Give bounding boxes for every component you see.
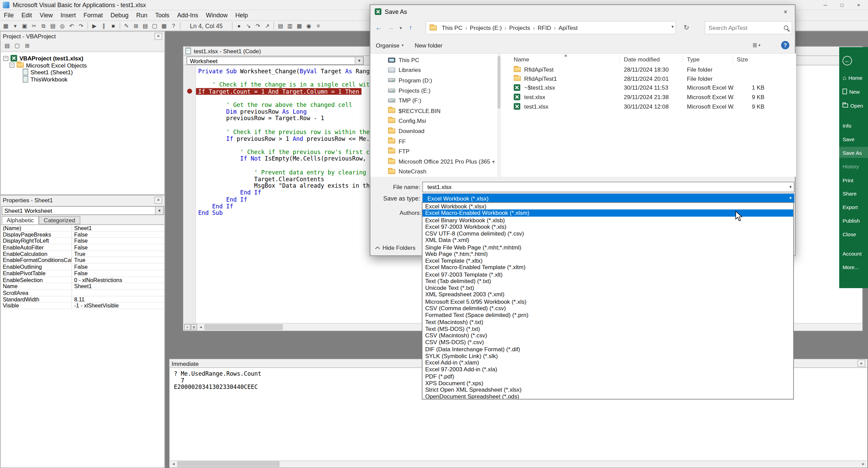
file-type-option[interactable]: Unicode Text (*.txt)	[422, 284, 793, 291]
view-code-icon[interactable]: ▤	[3, 41, 12, 50]
tab-alphabetic[interactable]: Alphabetic	[2, 216, 39, 224]
column-header-type[interactable]: Type	[687, 54, 699, 63]
backstage-back-icon[interactable]: ←	[843, 56, 852, 65]
toggle-folders-icon[interactable]: ⊞	[23, 41, 32, 50]
file-type-option[interactable]: CSV (MS-DOS) (*.csv)	[422, 339, 793, 345]
scrollbar-thumb[interactable]	[498, 56, 500, 109]
property-row[interactable]: EnableAutoFilterFalse	[1, 244, 164, 251]
chevron-down-icon[interactable]: ▾	[155, 207, 163, 214]
file-type-option[interactable]: Excel 97-2003 Add-in (*.xla)	[422, 366, 793, 373]
help-icon[interactable]: ?	[169, 21, 178, 31]
file-type-option[interactable]: Formatted Text (Space delimited) (*.prn)	[422, 312, 793, 318]
project-tree-item[interactable]: −VBAProject (test1.xlsx)	[1, 55, 164, 62]
nav-pane-item[interactable]: Projects (E:)	[370, 85, 497, 95]
immediate-window-icon[interactable]: ▥	[285, 21, 295, 31]
file-type-option[interactable]: Excel 97-2003 Template (*.xlt)	[422, 271, 793, 278]
object-browser-icon[interactable]: ▢	[150, 21, 159, 31]
project-panel-close-icon[interactable]: ×	[155, 33, 162, 40]
breadcrumb-item[interactable]: ApiTest	[556, 24, 580, 31]
backstage-item-open[interactable]: Open	[839, 100, 868, 111]
file-type-option[interactable]: CSV (Macintosh) (*.csv)	[422, 332, 793, 339]
code-margin-gutter[interactable]	[184, 66, 196, 323]
nav-pane-item[interactable]: NoteCrash	[370, 166, 497, 176]
file-type-option[interactable]: PDF (*.pdf)	[422, 373, 793, 379]
properties-panel-close-icon[interactable]: ×	[155, 196, 162, 204]
new-folder-button[interactable]: New folder	[409, 42, 448, 49]
file-type-option[interactable]: Excel Add-in (*.xlam)	[422, 359, 793, 366]
immediate-horizontal-scrollbar[interactable]: ◂ ▸	[170, 461, 867, 467]
file-type-option[interactable]: OpenDocument Spreadsheet (*.ods)	[422, 393, 793, 399]
file-row[interactable]: test.xlsx29/11/2024 21:38Microsoft Excel…	[501, 92, 795, 101]
backstage-item-history[interactable]: History	[839, 161, 868, 172]
view-mode-button[interactable]: ≣ ▾	[752, 41, 761, 49]
procedure-view-icon[interactable]: ≡	[184, 324, 191, 330]
scroll-right-icon[interactable]: ▸	[860, 461, 867, 467]
organise-button[interactable]: Organise ▾	[370, 42, 409, 49]
nav-pane-item[interactable]: $RECYCLE.BIN	[370, 106, 497, 116]
backstage-item-account[interactable]: Account	[839, 248, 868, 259]
property-row[interactable]: EnableFormatConditionsCalculationTrue	[1, 257, 164, 264]
chevron-down-icon[interactable]: ▾	[355, 57, 363, 64]
object-dropdown[interactable]: Worksheet ▾	[186, 57, 363, 65]
insert-object-icon[interactable]: ▾	[11, 21, 20, 31]
chevron-down-icon[interactable]: ▾	[789, 184, 792, 189]
view-object-icon[interactable]: ▢	[13, 41, 22, 50]
tab-categorized[interactable]: Categorized	[39, 216, 80, 224]
quick-watch-icon[interactable]: ◉	[304, 21, 314, 31]
file-type-option[interactable]: DIF (Data Interchange Format) (*.dif)	[422, 345, 793, 352]
file-type-option[interactable]: Text (MS-DOS) (*.txt)	[422, 325, 793, 332]
recent-locations-icon[interactable]: ▾	[397, 22, 405, 34]
file-type-option[interactable]: XML Data (*.xml)	[422, 237, 793, 244]
backstage-item-saveas[interactable]: Save As	[839, 147, 868, 158]
dialog-titlebar[interactable]: Save As ×	[370, 5, 795, 18]
nav-pane-item[interactable]: TMP (F:)	[370, 95, 497, 106]
menu-tools[interactable]: Tools	[151, 10, 173, 20]
breadcrumb-item[interactable]: This PC	[439, 24, 465, 31]
property-row[interactable]: DisplayRightToLeftFalse	[1, 238, 164, 244]
back-button[interactable]: ←	[373, 22, 385, 34]
run-icon[interactable]: ▶	[90, 21, 99, 31]
immediate-close-icon[interactable]: ×	[857, 360, 865, 367]
close-button[interactable]: ×	[850, 0, 867, 10]
object-selector-combo[interactable]: Sheet1 Worksheet ▾	[2, 206, 164, 215]
file-type-option[interactable]: Excel Workbook (*.xlsx)	[422, 203, 793, 210]
menu-insert[interactable]: Insert	[57, 10, 80, 20]
menu-addins[interactable]: Add-Ins	[173, 10, 202, 20]
file-type-option[interactable]: Excel Binary Workbook (*.xlsb)	[422, 217, 793, 223]
project-tree-item[interactable]: −Microsoft Excel Objects	[1, 62, 164, 69]
chevron-down-icon[interactable]: ▾	[789, 195, 792, 201]
file-name-input[interactable]: test1.xlsx ▾	[422, 182, 794, 192]
file-type-option[interactable]: Excel Template (*.xltx)	[422, 257, 793, 264]
maximize-button[interactable]: □	[834, 0, 850, 10]
scrollbar-thumb[interactable]	[177, 461, 279, 467]
file-type-option[interactable]: Microsoft Excel 5.0/95 Workbook (*.xls)	[422, 298, 793, 305]
properties-window-icon[interactable]: ▤	[141, 21, 150, 31]
toolbox-icon[interactable]: ▦	[159, 21, 169, 31]
nav-pane-item[interactable]: FF	[370, 136, 497, 146]
watch-window-icon[interactable]: ▦	[295, 21, 304, 31]
minimize-button[interactable]: ─	[817, 0, 834, 10]
column-header-date[interactable]: Date modified	[624, 54, 660, 63]
breadcrumb-item[interactable]: Projects	[507, 24, 533, 31]
address-dropdown-icon[interactable]: ▾	[671, 24, 674, 30]
hide-folders-button[interactable]: Hide Folders	[376, 243, 416, 252]
property-row[interactable]: (Name)Sheet1	[1, 225, 164, 231]
file-row[interactable]: RfidApiTest128/11/2024 20:01File folder	[501, 74, 795, 83]
breadcrumb-item[interactable]: RFID	[535, 24, 554, 31]
dialog-close-button[interactable]: ×	[776, 5, 795, 18]
menu-window[interactable]: Window	[202, 10, 232, 20]
menu-format[interactable]: Format	[80, 10, 107, 20]
file-type-option[interactable]: Web Page (*.htm;*.html)	[422, 250, 793, 257]
backstage-item-share[interactable]: Share	[839, 188, 868, 199]
toggle-breakpoint-icon[interactable]: ●	[234, 21, 244, 31]
breakpoint-dot-icon[interactable]	[187, 89, 192, 94]
backstage-item-info[interactable]: Info	[839, 120, 868, 131]
project-tree[interactable]: −VBAProject (test1.xlsx)−Microsoft Excel…	[1, 53, 164, 194]
file-type-option[interactable]: Excel Macro-Enabled Template (*.xltm)	[422, 264, 793, 271]
scroll-left-icon[interactable]: ◂	[197, 324, 204, 330]
backstage-item-save[interactable]: Save	[839, 133, 868, 145]
full-module-view-icon[interactable]: ≣	[191, 324, 197, 330]
scroll-left-icon[interactable]: ◂	[170, 461, 177, 467]
tree-expander-icon[interactable]: −	[3, 56, 8, 61]
forward-button[interactable]: →	[385, 22, 397, 34]
